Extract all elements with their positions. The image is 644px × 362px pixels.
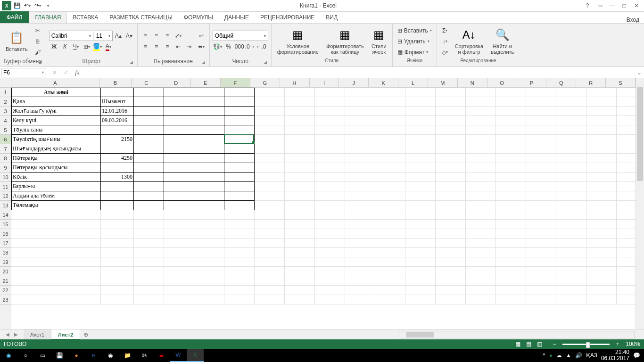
align-bottom-button[interactable]: ≡: [162, 31, 173, 41]
cell-K22[interactable]: [375, 286, 405, 295]
sheet-nav-next[interactable]: ▶: [12, 331, 20, 338]
cell-P10[interactable]: [526, 173, 556, 182]
cell-E22[interactable]: [194, 286, 224, 295]
cell-J6[interactable]: [345, 135, 375, 144]
cell-P5[interactable]: [526, 125, 556, 135]
cell-H13[interactable]: [285, 201, 315, 210]
autosum-button[interactable]: Σ▾: [440, 25, 450, 36]
minimize-button[interactable]: —: [606, 1, 618, 10]
cell-I14[interactable]: [315, 210, 345, 220]
cell-O12[interactable]: [496, 191, 526, 201]
cell-L16[interactable]: [405, 229, 436, 239]
wrap-text-button[interactable]: ↩: [196, 31, 206, 41]
cell-A6[interactable]: Тәуліктің шығыны: [11, 135, 101, 144]
cell-H6[interactable]: [285, 135, 315, 144]
cell-K14[interactable]: [375, 210, 405, 220]
formula-input[interactable]: [85, 68, 635, 77]
taskbar-explorer[interactable]: 📁: [119, 349, 136, 362]
cell-H7[interactable]: [285, 144, 315, 154]
cell-N19[interactable]: [466, 257, 496, 267]
cell-A5[interactable]: Тәулік саны: [11, 125, 101, 135]
cell-M4[interactable]: [436, 116, 466, 125]
cell-C3[interactable]: [134, 107, 164, 116]
cell-P3[interactable]: [526, 107, 556, 116]
decrease-font-button[interactable]: A▾: [124, 31, 134, 41]
sheet-nav-prev[interactable]: ◀: [4, 331, 11, 338]
view-page-break-button[interactable]: ▥: [534, 340, 545, 348]
cell-D13[interactable]: [164, 201, 194, 210]
cell-B17[interactable]: [101, 239, 134, 248]
cell-I1[interactable]: [315, 88, 345, 97]
tab-view[interactable]: ВИД: [320, 11, 343, 23]
cell-I7[interactable]: [315, 144, 345, 154]
number-format-combo[interactable]: Общий▾: [213, 31, 268, 41]
cell-B16[interactable]: [101, 229, 134, 239]
insert-function-button[interactable]: fx: [73, 68, 82, 77]
cell-R7[interactable]: [586, 144, 617, 154]
cell-I2[interactable]: [315, 97, 345, 107]
cell-D6[interactable]: [164, 135, 194, 144]
cell-Q16[interactable]: [556, 229, 586, 239]
cell-N21[interactable]: [466, 276, 496, 286]
cell-L19[interactable]: [405, 257, 436, 267]
cell-M16[interactable]: [436, 229, 466, 239]
find-select-button[interactable]: 🔍 Найти и выделить: [488, 26, 517, 57]
cell-J23[interactable]: [345, 295, 375, 304]
cell-N23[interactable]: [466, 295, 496, 304]
cell-M14[interactable]: [436, 210, 466, 220]
row-header-23[interactable]: 23: [0, 295, 11, 304]
cell-F6[interactable]: [224, 135, 255, 144]
cell-R16[interactable]: [586, 229, 617, 239]
cell-Q7[interactable]: [556, 144, 586, 154]
cell-I12[interactable]: [315, 191, 345, 201]
cell-I10[interactable]: [315, 173, 345, 182]
cell-K16[interactable]: [375, 229, 405, 239]
cell-D9[interactable]: [164, 163, 194, 173]
sheet-tab-Лист1[interactable]: Лист1: [24, 329, 51, 340]
font-color-button[interactable]: A▾: [103, 41, 114, 52]
horizontal-scrollbar[interactable]: [399, 331, 635, 338]
cell-H20[interactable]: [285, 267, 315, 276]
cell-R17[interactable]: [586, 239, 617, 248]
column-header-B[interactable]: B: [99, 78, 132, 87]
cell-D21[interactable]: [164, 276, 194, 286]
cell-D4[interactable]: [164, 116, 194, 125]
cell-C8[interactable]: [134, 154, 164, 163]
cell-C9[interactable]: [134, 163, 164, 173]
dialog-launcher-icon[interactable]: ◢: [201, 60, 206, 66]
column-header-A[interactable]: A: [11, 78, 99, 87]
cell-E11[interactable]: [194, 182, 224, 191]
cell-B1[interactable]: [101, 88, 134, 97]
signin-link[interactable]: Вход: [627, 16, 644, 23]
row-header-21[interactable]: 21: [0, 276, 11, 286]
cell-B22[interactable]: [101, 286, 134, 295]
cell-L1[interactable]: [405, 88, 436, 97]
cell-Q3[interactable]: [556, 107, 586, 116]
row-header-9[interactable]: 9: [0, 163, 11, 173]
dialog-launcher-icon[interactable]: ◢: [37, 60, 43, 66]
cell-E21[interactable]: [194, 276, 224, 286]
cell-L4[interactable]: [405, 116, 436, 125]
cell-C6[interactable]: [134, 135, 164, 144]
row-header-19[interactable]: 19: [0, 257, 11, 267]
cell-styles-button[interactable]: ▦ Стили ячеек: [369, 26, 389, 57]
cell-Q11[interactable]: [556, 182, 586, 191]
row-header-5[interactable]: 5: [0, 125, 11, 135]
column-header-L[interactable]: L: [398, 78, 428, 87]
cell-R10[interactable]: [586, 173, 617, 182]
cell-C11[interactable]: [134, 182, 164, 191]
format-cells-button[interactable]: ▦Формат▾: [396, 47, 434, 58]
cell-O22[interactable]: [496, 286, 526, 295]
cell-N4[interactable]: [466, 116, 496, 125]
cell-H15[interactable]: [285, 220, 315, 229]
cell-A8[interactable]: Пәтерақы: [11, 154, 101, 163]
cell-O18[interactable]: [496, 248, 526, 257]
cell-D23[interactable]: [164, 295, 194, 304]
cell-Q5[interactable]: [556, 125, 586, 135]
cell-L9[interactable]: [405, 163, 436, 173]
cell-G18[interactable]: [255, 248, 285, 257]
cell-I15[interactable]: [315, 220, 345, 229]
zoom-out-button[interactable]: −: [549, 340, 560, 348]
cell-J12[interactable]: [345, 191, 375, 201]
cell-G11[interactable]: [255, 182, 285, 191]
